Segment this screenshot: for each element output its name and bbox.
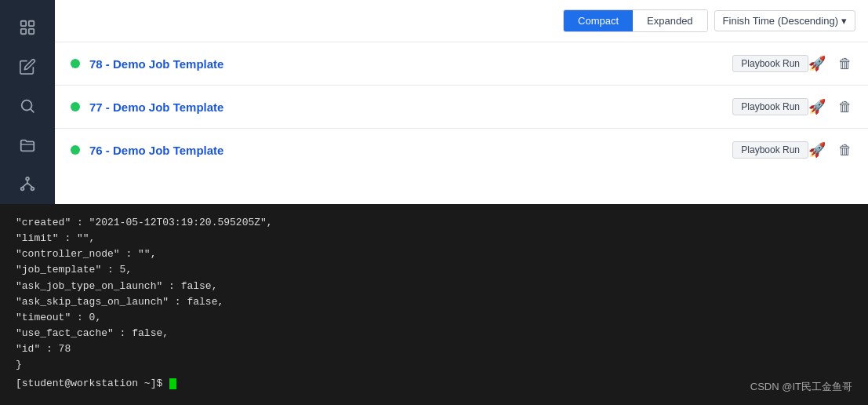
watermark: CSDN @IT民工金鱼哥 [750,380,852,394]
svg-rect-0 [21,21,26,26]
table-row: 76 - Demo Job Template Playbook Run 🚀 🗑 [55,129,868,171]
relaunch-icon-77[interactable]: 🚀 [808,98,826,115]
view-toggle: Compact Expanded [563,9,708,32]
main-content: Compact Expanded Finish Time (Descending… [55,0,868,204]
relaunch-icon-76[interactable]: 🚀 [808,141,826,159]
terminal-line: "timeout" : 0, [16,310,852,326]
terminal-prompt: [student@workstation ~]$ [16,376,852,392]
job-name-78[interactable]: 78 - Demo Job Template [89,57,732,71]
terminal-cursor [169,378,176,389]
terminal-line: "job_template" : 5, [16,262,852,278]
sort-label: Finish Time (Descending) [723,15,838,27]
terminal-output: "created" : "2021-05-12T03:19:20.595205Z… [0,204,868,405]
terminal-line: "ask_job_type_on_launch" : false, [16,279,852,294]
sort-dropdown[interactable]: Finish Time (Descending) ▾ [714,10,855,31]
svg-rect-3 [29,29,34,34]
job-type-badge-77: Playbook Run [732,98,808,115]
terminal-line: "created" : "2021-05-12T03:19:20.595205Z… [16,215,852,231]
hierarchy-icon [19,176,36,193]
status-dot-76 [71,145,80,155]
chevron-down-icon: ▾ [841,15,847,27]
terminal-panel: "created" : "2021-05-12T03:19:20.595205Z… [0,204,868,405]
sidebar-item-hierarchy[interactable] [0,165,55,204]
terminal-line: "controller_node" : "", [16,246,852,262]
app-container: Compact Expanded Finish Time (Descending… [0,0,868,405]
delete-icon-76[interactable]: 🗑 [838,142,852,159]
folder-icon [19,137,36,154]
prompt-text: [student@workstation ~]$ [16,378,169,389]
job-list: 78 - Demo Job Template Playbook Run 🚀 🗑 … [55,42,868,204]
terminal-line: "use_fact_cache" : false, [16,326,852,341]
edit-icon [19,58,36,75]
sidebar-item-folder[interactable] [0,126,55,165]
compact-view-button[interactable]: Compact [564,10,633,31]
terminal-closing-brace: } [16,357,852,373]
table-row: 77 - Demo Job Template Playbook Run 🚀 🗑 [55,86,868,129]
job-name-76[interactable]: 76 - Demo Job Template [89,144,732,157]
delete-icon-77[interactable]: 🗑 [838,99,852,115]
terminal-line: "ask_skip_tags_on_launch" : false, [16,294,852,310]
svg-rect-1 [29,21,34,26]
svg-rect-2 [21,29,26,34]
sidebar-item-grid[interactable] [0,8,55,47]
search-icon [19,97,36,115]
job-actions-78: 🚀 🗑 [808,55,852,72]
table-row: 78 - Demo Job Template Playbook Run 🚀 🗑 [55,42,868,86]
terminal-line: "id" : 78 [16,341,852,357]
job-name-77[interactable]: 77 - Demo Job Template [89,100,732,114]
top-panel: Compact Expanded Finish Time (Descending… [0,0,868,204]
terminal-line: "limit" : "", [16,231,852,246]
job-type-badge-76: Playbook Run [732,141,808,159]
toolbar: Compact Expanded Finish Time (Descending… [55,0,868,42]
delete-icon-78[interactable]: 🗑 [838,56,852,72]
job-actions-77: 🚀 🗑 [808,98,852,115]
job-actions-76: 🚀 🗑 [808,141,852,159]
expanded-view-button[interactable]: Expanded [633,10,707,31]
status-dot-77 [71,102,80,111]
relaunch-icon-78[interactable]: 🚀 [808,55,826,72]
grid-icon [19,19,36,36]
sidebar [0,0,55,204]
sidebar-item-edit[interactable] [0,47,55,86]
status-dot-78 [71,59,80,68]
job-type-badge-78: Playbook Run [732,55,808,72]
sidebar-item-search[interactable] [0,86,55,126]
